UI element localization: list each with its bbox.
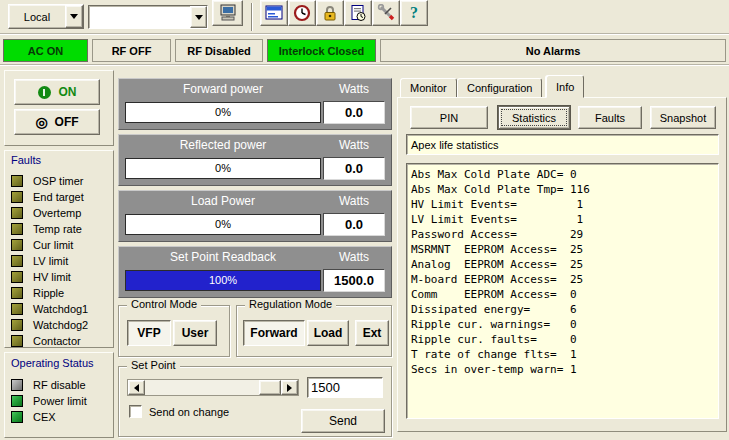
slider-left-arrow-button[interactable] — [128, 380, 145, 395]
control-mode-user-button[interactable]: User — [173, 320, 217, 346]
statistics-text: Abs Max Cold Plate ADC= 0 Abs Max Cold P… — [407, 164, 718, 380]
fault-led-icon — [11, 303, 23, 315]
window-icon — [265, 5, 283, 21]
send-on-change-option[interactable]: Send on change — [129, 405, 229, 418]
control-mode-title: Control Mode — [127, 298, 201, 310]
rf-off-button[interactable]: ◎ OFF — [14, 109, 100, 135]
send-button[interactable]: Send — [301, 409, 385, 433]
meter-unit: Watts — [323, 194, 385, 208]
meter-unit: Watts — [323, 250, 385, 264]
arrow-left-icon — [134, 384, 139, 392]
regulation-forward-button[interactable]: Forward — [243, 320, 305, 346]
slider-track[interactable] — [145, 380, 281, 395]
slider-right-arrow-button[interactable] — [281, 380, 298, 395]
fault-osp-timer: OSP timer — [5, 173, 113, 189]
status-led-icon — [11, 379, 23, 391]
tab-info[interactable]: Info — [546, 75, 584, 98]
fault-watchdog1: Watchdog1 — [5, 301, 113, 317]
faults-button[interactable]: Faults — [578, 106, 642, 129]
load-power-bar: 0% — [125, 214, 321, 235]
bar-percent-label: 0% — [126, 106, 320, 118]
bar-percent-label: 100% — [126, 274, 320, 286]
alarm-status-indicator: No Alarms — [380, 39, 726, 62]
fault-hv-limit: HV limit — [5, 269, 113, 285]
display-panel-button[interactable] — [260, 0, 288, 26]
rf-on-label: ON — [59, 85, 77, 99]
reflected-power-meter: Reflected power Watts 0% 0.0 — [118, 134, 392, 186]
meter-title: Load Power — [125, 194, 321, 208]
task-schedule-icon — [349, 4, 367, 22]
faults-panel: Faults OSP timer End target Overtemp Tem… — [4, 150, 114, 348]
fault-led-icon — [11, 255, 23, 267]
unit-select-combobox[interactable] — [88, 5, 208, 29]
fault-led-icon — [11, 207, 23, 219]
help-icon: ? — [410, 4, 418, 22]
operating-status-title: Operating Status — [11, 357, 94, 369]
settings-tools-button[interactable] — [372, 0, 400, 26]
regulation-ext-button[interactable]: Ext — [355, 320, 389, 346]
operating-status-list: RF disable Power limit CEX — [5, 377, 113, 425]
unit-select-value — [89, 6, 190, 28]
regulation-load-button[interactable]: Load — [307, 320, 349, 346]
statistics-textbox[interactable]: Abs Max Cold Plate ADC= 0 Abs Max Cold P… — [406, 163, 719, 419]
fault-watchdog2: Watchdog2 — [5, 317, 113, 333]
setpoint-readback-meter: Set Point Readback Watts 100% 1500.0 — [118, 246, 392, 298]
slider-thumb[interactable] — [259, 380, 281, 395]
set-point-slider[interactable] — [127, 379, 299, 396]
set-point-title: Set Point — [127, 359, 180, 371]
toolbar-separator — [251, 3, 253, 31]
chevron-down-icon — [70, 14, 78, 19]
fault-overtemp: Overtemp — [5, 205, 113, 221]
set-point-group: Set Point Send on change Send — [118, 366, 392, 437]
reflected-power-value: 0.0 — [323, 157, 385, 180]
arrow-right-icon — [287, 384, 292, 392]
set-point-input[interactable] — [307, 377, 383, 398]
timers-button[interactable] — [288, 0, 316, 26]
tab-configuration[interactable]: Configuration — [457, 78, 542, 98]
fault-end-target: End target — [5, 189, 113, 205]
faults-title: Faults — [11, 154, 41, 166]
meter-unit: Watts — [323, 138, 385, 152]
regulation-mode-title: Regulation Mode — [245, 298, 336, 310]
regulation-mode-group: Regulation Mode Forward Load Ext — [236, 305, 392, 357]
control-mode-vfp-button[interactable]: VFP — [127, 320, 171, 346]
rf-enable-status-indicator: RF Disabled — [175, 39, 263, 62]
bar-percent-label: 0% — [126, 218, 320, 230]
operating-status-panel: Operating Status RF disable Power limit … — [4, 352, 114, 438]
unit-select-dropdown-button[interactable] — [190, 6, 207, 28]
statistics-button[interactable]: Statistics — [498, 106, 570, 129]
bar-percent-label: 0% — [126, 162, 320, 174]
connect-button[interactable] — [212, 0, 243, 26]
fault-led-icon — [11, 319, 23, 331]
pin-button[interactable]: PIN — [410, 106, 488, 129]
status-led-icon — [11, 411, 23, 423]
toolbar-divider — [0, 33, 729, 35]
fault-led-icon — [11, 239, 23, 251]
status-power-limit: Power limit — [5, 393, 113, 409]
tab-monitor[interactable]: Monitor — [400, 78, 457, 98]
power-button-panel: ON ◎ OFF — [4, 70, 114, 146]
interlock-status-indicator: Interlock Closed — [267, 39, 376, 62]
statistics-caption-field[interactable]: Apex life statistics — [406, 134, 719, 155]
security-lock-button[interactable] — [316, 0, 344, 26]
rf-status-indicator: RF OFF — [92, 39, 171, 62]
fault-led-icon — [11, 335, 23, 347]
chevron-down-icon — [195, 15, 203, 20]
fault-lv-limit: LV limit — [5, 253, 113, 269]
forward-power-bar: 0% — [125, 102, 321, 123]
power-off-icon: ◎ — [35, 114, 47, 130]
control-location-dropdown-button[interactable] — [65, 5, 83, 28]
load-power-meter: Load Power Watts 0% 0.0 — [118, 190, 392, 242]
meter-title: Forward power — [125, 82, 321, 96]
send-on-change-checkbox[interactable] — [129, 405, 142, 418]
control-location-dropdown[interactable]: Local — [8, 4, 84, 29]
fault-led-icon — [11, 175, 23, 187]
reflected-power-bar: 0% — [125, 158, 321, 179]
help-button[interactable]: ? — [400, 0, 428, 26]
scheduled-tasks-button[interactable] — [344, 0, 372, 26]
meter-unit: Watts — [323, 82, 385, 96]
rf-on-button[interactable]: ON — [14, 79, 100, 105]
fault-temp-rate: Temp rate — [5, 221, 113, 237]
snapshot-button[interactable]: Snapshot — [650, 106, 716, 129]
faults-list: OSP timer End target Overtemp Temp rate … — [5, 173, 113, 349]
